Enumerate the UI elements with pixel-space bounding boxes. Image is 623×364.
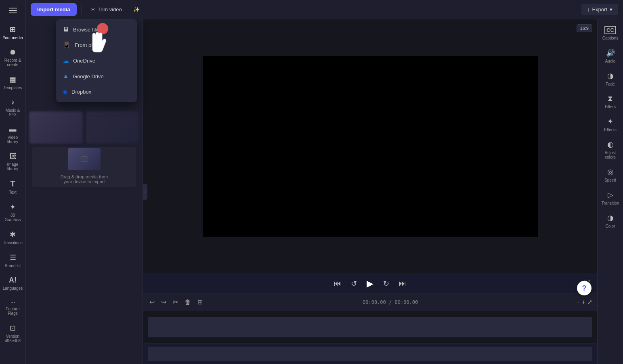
media-grid-area: ⊡ Drag & drop media from your device to …	[26, 108, 143, 364]
from-phone-item[interactable]: 📱 From phone	[56, 37, 137, 53]
dropbox-item[interactable]: ◈ Dropbox	[56, 84, 137, 100]
templates-icon: ▦	[9, 75, 16, 84]
media-thumb-1[interactable]	[29, 111, 83, 144]
save-button[interactable]: ⊞	[196, 297, 204, 308]
main-content: Import media ✂ Trim video ✨ ↑ Export ▾ 🖥…	[26, 0, 623, 364]
phone-icon: 📱	[63, 41, 71, 49]
featured-thumb-area: ⊡ Drag & drop media from your device to …	[32, 147, 136, 187]
browse-files-icon: 🖥	[63, 26, 69, 33]
export-button[interactable]: ↑ Export ▾	[581, 4, 618, 15]
zoom-fit-button[interactable]: ⤢	[587, 298, 592, 306]
skip-forward-button[interactable]: ⏭	[399, 279, 406, 288]
bottom-bar	[143, 343, 597, 364]
sidebar-item-graphics[interactable]: ✦ 88 Graphics	[1, 199, 25, 225]
drag-drop-text: Drag & drop media from your device to im…	[58, 172, 110, 186]
playback-bar: ⏮ ↺ ▶ ↻ ⏭ ⛶	[143, 274, 597, 293]
right-tool-label: Audio	[605, 59, 616, 63]
browse-files-item[interactable]: 🖥 Browse files	[56, 22, 137, 37]
sidebar-item-image-library[interactable]: 🖼 Image library	[1, 149, 25, 174]
sidebar-item-brand-kit[interactable]: ☰ Brand kit	[1, 250, 25, 271]
feature-flags-icon: ···	[10, 299, 15, 305]
transition-icon: ▷	[608, 190, 613, 199]
google-drive-item[interactable]: ▲ Google Drive	[56, 69, 137, 84]
sidebar-item-text[interactable]: T Text	[1, 176, 25, 198]
right-tool-filters[interactable]: ⧗ Filters	[599, 91, 622, 112]
bottom-track	[148, 347, 592, 361]
import-media-button[interactable]: Import media	[31, 3, 77, 16]
zoom-out-button[interactable]: −	[576, 299, 580, 306]
help-button[interactable]: ?	[577, 281, 592, 295]
right-tool-transition[interactable]: ▷ Transition	[599, 187, 622, 209]
sidebar-item-version[interactable]: ⊡ Version d96e4b8	[1, 320, 25, 346]
video-preview-area: 16:9	[143, 19, 597, 274]
hamburger-menu[interactable]	[6, 3, 20, 18]
right-tool-color[interactable]: ◑ Color	[599, 210, 622, 232]
skip-forward-icon: ⏭	[399, 279, 406, 288]
sidebar-item-label: Text	[9, 190, 16, 195]
zoom-controls: − + ⤢	[576, 298, 592, 306]
play-button[interactable]: ▶	[367, 278, 373, 289]
zoom-in-button[interactable]: +	[582, 299, 585, 306]
timeline-time-display: 00:00.00 / 00:00.00	[208, 299, 573, 305]
redo-button[interactable]: ↪	[159, 297, 168, 308]
right-tool-fade[interactable]: ◑ Fade	[599, 68, 622, 90]
right-tool-label: Filters	[605, 105, 616, 109]
rewind-button[interactable]: ↺	[351, 279, 357, 288]
sidebar-item-label: Templates	[4, 86, 22, 90]
timeline-inner	[148, 317, 592, 337]
timeline-track-area[interactable]	[143, 311, 597, 343]
sidebar-item-your-media[interactable]: ⊞ Your media	[1, 22, 25, 43]
graphics-icon: ✦	[10, 203, 16, 211]
sidebar-item-label: Feature Flags	[2, 307, 23, 316]
media-thumb-preview[interactable]: ⊡	[68, 148, 101, 170]
media-thumb-2[interactable]	[86, 111, 140, 144]
magic-button[interactable]: ✨	[129, 4, 144, 15]
delete-button[interactable]: 🗑	[183, 297, 193, 308]
undo-button[interactable]: ↩	[148, 297, 156, 308]
right-tool-speed[interactable]: ◎ Speed	[599, 164, 622, 186]
forward-button[interactable]: ↻	[383, 279, 389, 288]
right-tool-adjust-colors[interactable]: ◐ Adjust colors	[599, 137, 622, 163]
timeline-toolbar: ↩ ↪ ✂ 🗑 ⊞ 00:00.00 / 00:00.00 − + ⤢	[143, 293, 597, 311]
sidebar-item-label: Languages	[3, 286, 23, 291]
left-sidebar: ⊞ Your media ⏺ Record & create ▦ Templat…	[0, 0, 26, 364]
video-area: 16:9 ⏮ ↺ ▶ ↻ ⏭ ⛶	[143, 19, 597, 364]
play-icon: ▶	[367, 278, 373, 289]
skip-back-icon: ⏮	[334, 279, 341, 288]
right-tool-label: Fade	[606, 82, 615, 86]
cut-button[interactable]: ✂	[171, 297, 180, 308]
content-row: 🖥 Browse files 📱 From phone ☁ OneDrive ▲…	[26, 19, 623, 364]
sidebar-item-video-library[interactable]: ▬ Video library	[1, 122, 25, 147]
chevron-down-icon: ▾	[610, 6, 613, 13]
magic-icon: ✨	[133, 6, 140, 13]
dropbox-icon: ◈	[63, 88, 67, 96]
version-icon: ⊡	[10, 324, 16, 333]
google-drive-icon: ▲	[63, 73, 69, 80]
sidebar-item-templates[interactable]: ▦ Templates	[1, 72, 25, 93]
color-icon: ◑	[607, 213, 614, 222]
right-tool-effects[interactable]: ✦ Effects	[599, 114, 622, 135]
sidebar-item-label: Your media	[2, 36, 23, 40]
image-library-icon: 🖼	[9, 152, 17, 161]
trim-video-button[interactable]: ✂ Trim video	[87, 4, 126, 15]
sidebar-item-record-create[interactable]: ⏺ Record & create	[1, 45, 25, 70]
right-tool-captions[interactable]: CC Captions	[599, 23, 622, 44]
skip-back-button[interactable]: ⏮	[334, 279, 341, 288]
topbar-divider	[82, 5, 82, 15]
right-sidebar: CC Captions 🔊 Audio ◑ Fade ⧗ Filters ✦ E…	[597, 19, 623, 364]
transitions-icon: ✱	[10, 230, 16, 239]
sidebar-item-music[interactable]: ♪ Music & SFX	[1, 95, 25, 120]
sidebar-item-languages[interactable]: A! Languages	[1, 273, 25, 294]
sidebar-item-transitions[interactable]: ✱ Transitions	[1, 227, 25, 248]
sidebar-item-label: Brand kit	[5, 264, 21, 268]
onedrive-icon: ☁	[63, 57, 69, 65]
sidebar-item-feature-flags[interactable]: ··· Feature Flags	[1, 295, 25, 319]
languages-icon: A!	[9, 276, 17, 285]
panel-collapse-handle[interactable]: ‹	[143, 184, 147, 200]
onedrive-item[interactable]: ☁ OneDrive	[56, 53, 137, 69]
captions-icon: CC	[604, 26, 616, 34]
sidebar-item-label: Transitions	[3, 241, 23, 245]
thumb-row-1	[29, 111, 139, 144]
right-tool-audio[interactable]: 🔊 Audio	[599, 45, 622, 67]
sidebar-item-label: Record & create	[2, 58, 23, 67]
